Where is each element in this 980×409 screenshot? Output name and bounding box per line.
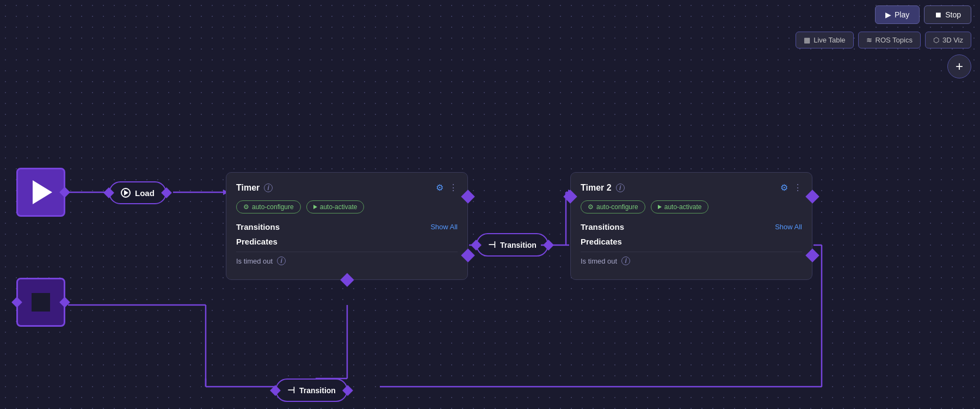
activate-badge-label: auto-activate [320, 203, 358, 211]
timer-card-2-port-left-top [563, 190, 577, 203]
timer-card-1-badges: ⚙ auto-configure auto-activate [236, 200, 458, 213]
timer-card-2-predicates-title: Predicates [581, 237, 622, 246]
timer-card-1-port-right-top [461, 190, 474, 203]
viz-3d-label: 3D Viz [942, 36, 963, 44]
timer-card-1-actions: ⚙ ⋮ [436, 182, 458, 193]
timer-card-1: Timer i ⚙ ⋮ ⚙ auto-configure auto-activa… [226, 172, 468, 280]
ros-topics-button[interactable]: ≋ ROS Topics [858, 32, 921, 48]
transition-bot-icon: ⊣ [287, 385, 295, 395]
transition-bot-port-right [342, 385, 353, 396]
activate2-badge-label: auto-activate [664, 203, 702, 211]
configure-gear-icon: ⚙ [243, 203, 249, 211]
timed-out-info-icon[interactable]: i [277, 257, 286, 265]
timer-card-1-info-icon[interactable]: i [264, 184, 273, 192]
toolbar-row2: ▦ Live Table ≋ ROS Topics ⬡ 3D Viz [787, 27, 980, 53]
viz-3d-button[interactable]: ⬡ 3D Viz [925, 32, 971, 48]
live-table-button[interactable]: ▦ Live Table [796, 32, 853, 48]
timer-card-2-gear-icon[interactable]: ⚙ [780, 182, 788, 193]
transition-mid-label: Transition [500, 241, 537, 249]
play-node-port-right [59, 187, 70, 198]
timer-card-2-show-all-link[interactable]: Show All [775, 223, 802, 231]
timer-card-2-port-right [805, 190, 819, 203]
ros-topics-label: ROS Topics [876, 36, 913, 44]
transition-bot-node[interactable]: ⊣ Transition [275, 379, 348, 402]
timer-card-1-show-all-link[interactable]: Show All [430, 223, 458, 231]
timer-card-1-predicates-section: Predicates Is timed out i [236, 237, 458, 270]
stop-node[interactable] [16, 278, 65, 327]
configure-badge-label: auto-configure [252, 203, 294, 211]
timer-card-1-predicates-header: Predicates [236, 237, 458, 246]
transition-bot-port-left [270, 385, 281, 396]
timer-card-2: Timer 2 i ⚙ ⋮ ⚙ auto-configure auto-acti… [570, 172, 812, 280]
timer-card-1-header: Timer i ⚙ ⋮ [236, 182, 458, 193]
timer-card-1-gear-icon[interactable]: ⚙ [436, 182, 443, 193]
timed-out-2-info-icon[interactable]: i [621, 257, 630, 265]
stop-node-port-left [11, 297, 22, 308]
load-port-right [161, 187, 172, 198]
timer-card-2-title: Timer 2 [581, 183, 612, 193]
stop-node-port-right [59, 297, 70, 308]
transition-mid-icon: ⊣ [488, 240, 496, 250]
timer-card-2-port-right-bottom [805, 248, 819, 262]
timed-out-2-label: Is timed out [581, 257, 617, 265]
timer-card-1-configure-badge[interactable]: ⚙ auto-configure [236, 200, 301, 213]
load-port-left [103, 187, 114, 198]
transition-bot-label: Transition [299, 386, 336, 395]
configure2-gear-icon: ⚙ [588, 203, 594, 211]
load-label: Load [135, 188, 155, 198]
add-button[interactable]: + [947, 54, 971, 78]
timer-card-1-title: Timer [236, 183, 260, 193]
play-btn-icon: ▶ [885, 10, 891, 19]
transition-mid-port-right [543, 240, 554, 251]
play-btn-label: Play [895, 10, 909, 19]
stop-icon [32, 293, 50, 312]
timer-card-1-port-right-bottom [461, 248, 474, 262]
live-table-icon: ▦ [804, 36, 810, 44]
stop-btn-label: Stop [945, 10, 961, 19]
load-icon [121, 188, 131, 198]
timer-card-2-activate-badge[interactable]: auto-activate [651, 200, 709, 213]
timer-card-1-activate-badge[interactable]: auto-activate [306, 200, 365, 213]
timer-card-2-actions: ⚙ ⋮ [780, 182, 802, 193]
timer-card-2-timed-out: Is timed out i [581, 252, 802, 270]
activate2-play-icon [658, 205, 662, 209]
play-icon [33, 180, 52, 204]
timer-card-2-transitions-title: Transitions [581, 222, 624, 231]
timer-card-2-predicates-section: Predicates Is timed out i [581, 237, 802, 270]
timer-card-2-dots-icon[interactable]: ⋮ [793, 182, 802, 193]
timer-card-1-transitions-header: Transitions Show All [236, 222, 458, 231]
configure2-badge-label: auto-configure [596, 203, 638, 211]
timed-out-label: Is timed out [236, 257, 273, 265]
timer-card-2-header: Timer 2 i ⚙ ⋮ [581, 182, 802, 193]
ros-topics-icon: ≋ [866, 36, 872, 44]
timer-card-2-info-icon[interactable]: i [616, 184, 625, 192]
timer-card-1-transitions-title: Transitions [236, 222, 280, 231]
play-node[interactable] [16, 168, 65, 217]
live-table-label: Live Table [813, 36, 845, 44]
timer-card-2-title-group: Timer 2 i [581, 183, 625, 193]
timer-card-1-title-group: Timer i [236, 183, 273, 193]
activate-play-icon [313, 205, 317, 209]
timer-card-1-predicates-title: Predicates [236, 237, 278, 246]
viz-3d-icon: ⬡ [933, 36, 939, 44]
add-icon: + [956, 59, 963, 74]
timer-card-2-configure-badge[interactable]: ⚙ auto-configure [581, 200, 645, 213]
stop-btn-icon: ⏹ [934, 10, 942, 19]
load-node[interactable]: Load [109, 181, 167, 204]
play-button[interactable]: ▶ Play [875, 5, 920, 24]
transition-mid-node[interactable]: ⊣ Transition [476, 233, 548, 257]
toolbar: ▶ Play ⏹ Stop [866, 0, 980, 29]
timer-card-2-predicates-header: Predicates [581, 237, 802, 246]
transition-mid-port-left [471, 240, 482, 251]
timer-card-2-badges: ⚙ auto-configure auto-activate [581, 200, 802, 213]
timer-card-1-timed-out: Is timed out i [236, 252, 458, 270]
timer-card-1-port-bottom [340, 273, 354, 286]
timer-card-2-transitions-header: Transitions Show All [581, 222, 802, 231]
timer-card-1-dots-icon[interactable]: ⋮ [449, 182, 458, 193]
stop-button[interactable]: ⏹ Stop [924, 5, 971, 24]
